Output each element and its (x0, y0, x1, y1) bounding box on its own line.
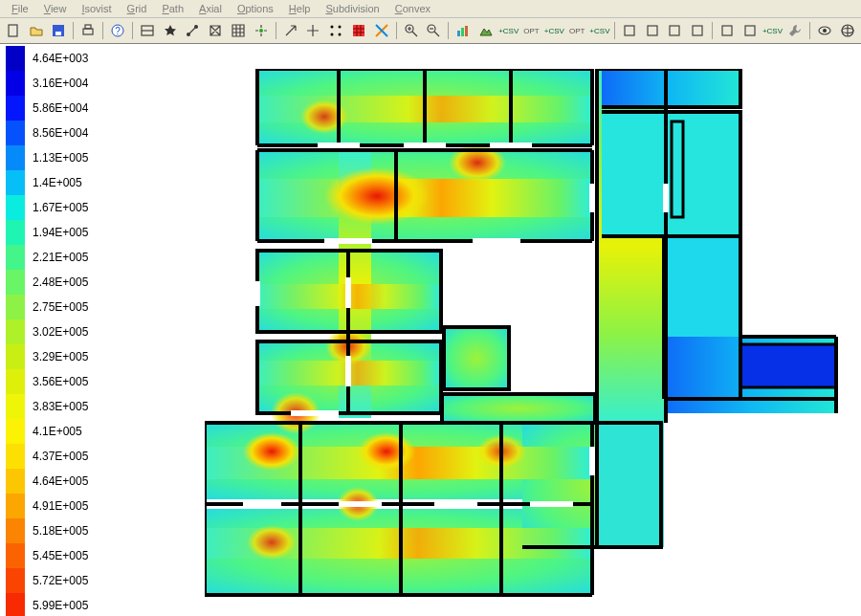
toolbar-arrow-button[interactable] (279, 20, 302, 41)
legend-value: 5.72E+005 (25, 574, 88, 587)
legend-swatch (6, 170, 25, 195)
toolbar-eye-button[interactable] (813, 20, 836, 41)
legend-value: 4.64E+003 (25, 52, 88, 65)
svg-point-70 (247, 525, 297, 560)
toolbar-help-button[interactable]: ? (106, 20, 129, 41)
legend-value: 5.18E+005 (25, 524, 88, 538)
toolbar-csv1-button[interactable]: +CSV (497, 20, 520, 41)
toolbar-open-button[interactable] (25, 20, 48, 41)
legend-row: 8.56E+004 (6, 121, 159, 145)
toolbar-opt1-button[interactable]: OPT (520, 20, 543, 41)
legend-swatch (6, 46, 25, 71)
legend-value: 4.37E+005 (25, 450, 88, 463)
toolbar-wand-button[interactable] (716, 20, 739, 41)
svg-rect-4 (85, 25, 91, 29)
legend-swatch (6, 295, 25, 319)
legend-value: 4.91E+005 (25, 499, 88, 513)
legend-value: 5.45E+005 (25, 549, 88, 562)
legend-row: 3.02E+005 (6, 319, 159, 344)
legend-row: 2.75E+005 (6, 295, 159, 319)
content-area: 4.64E+0033.16E+0045.86E+0048.56E+0041.13… (0, 44, 861, 616)
toolbar-opt2-button[interactable]: OPT (565, 20, 588, 41)
svg-rect-46 (442, 394, 595, 423)
menu-convex[interactable]: Convex (387, 1, 438, 16)
legend-row: 5.18E+005 (6, 518, 159, 543)
legend-row: 1.67E+005 (6, 195, 159, 220)
toolbar-path2-button[interactable] (641, 20, 664, 41)
legend-swatch (6, 96, 25, 121)
menu-subdivision[interactable]: Subdivision (318, 1, 386, 16)
svg-point-14 (339, 26, 342, 29)
menu-options[interactable]: Options (230, 1, 281, 16)
legend-value: 1.13E+005 (25, 151, 88, 165)
toolbar-join2-button[interactable] (739, 20, 762, 41)
toolbar-bars-button[interactable] (452, 20, 475, 41)
menu-view[interactable]: View (36, 1, 75, 16)
svg-rect-26 (461, 28, 464, 36)
toolbar-zoom-in-button[interactable] (400, 20, 423, 41)
toolbar-star-button[interactable] (159, 20, 182, 41)
toolbar-zoom-out-button[interactable] (422, 20, 445, 41)
toolbar-globe-button[interactable] (836, 20, 859, 41)
toolbar-dots-button[interactable] (324, 20, 347, 41)
legend-value: 4.1E+005 (25, 425, 82, 438)
svg-rect-3 (83, 29, 93, 34)
toolbar-path1-button[interactable] (618, 20, 641, 41)
menu-isovist[interactable]: Isovist (74, 1, 119, 16)
toolbar-save-button[interactable] (48, 20, 71, 41)
toolbar-join-button[interactable] (182, 20, 205, 41)
legend-swatch (6, 145, 25, 170)
legend-value: 3.16E+004 (25, 77, 88, 90)
svg-point-67 (243, 432, 300, 471)
legend-swatch (6, 518, 25, 543)
toolbar-union-button[interactable] (686, 20, 709, 41)
svg-rect-30 (670, 26, 679, 35)
menu-axial[interactable]: Axial (191, 1, 230, 16)
toolbar-mesh-button[interactable] (204, 20, 227, 41)
analysis-canvas[interactable] (205, 69, 838, 605)
toolbar-csv4-button[interactable]: +CSV (762, 20, 784, 41)
svg-point-62 (324, 167, 430, 225)
svg-point-68 (358, 432, 415, 471)
toolbar-mtn-button[interactable] (475, 20, 497, 41)
legend-value: 2.75E+005 (25, 300, 88, 314)
svg-rect-53 (740, 344, 836, 387)
legend-row: 4.1E+005 (6, 419, 159, 444)
legend-row: 5.86E+004 (6, 96, 159, 121)
toolbar-wrench-button[interactable] (784, 20, 806, 41)
svg-point-15 (331, 33, 334, 36)
legend-swatch (6, 543, 25, 568)
toolbar-hatch-button[interactable] (347, 20, 370, 41)
toolbar-print-button[interactable] (77, 20, 99, 41)
svg-rect-45 (444, 327, 509, 389)
toolbar-new-button[interactable] (2, 20, 25, 41)
toolbar-grid-button[interactable] (227, 20, 250, 41)
legend-swatch (6, 270, 25, 295)
svg-line-11 (188, 27, 196, 34)
toolbar-seed-button[interactable] (250, 20, 273, 41)
color-legend: 4.64E+0033.16E+0045.86E+0048.56E+0041.13… (6, 46, 159, 616)
svg-line-21 (412, 32, 417, 36)
menu-grid[interactable]: Grid (120, 1, 155, 16)
menu-file[interactable]: File (4, 1, 36, 16)
legend-row: 1.4E+005 (6, 170, 159, 195)
svg-rect-28 (625, 26, 634, 35)
toolbar-csv2-button[interactable]: +CSV (542, 20, 565, 41)
legend-swatch (6, 568, 25, 593)
menu-path[interactable]: Path (154, 1, 191, 16)
toolbar-cross-button[interactable] (302, 20, 325, 41)
legend-swatch (6, 71, 25, 96)
legend-row: 3.16E+004 (6, 71, 159, 96)
legend-row: 4.64E+003 (6, 46, 159, 71)
toolbar-plan-button[interactable] (136, 20, 159, 41)
svg-point-35 (823, 29, 827, 33)
toolbar-target-button[interactable] (370, 20, 393, 41)
toolbar-csv3-button[interactable]: +CSV (588, 20, 611, 41)
legend-value: 3.83E+005 (25, 400, 88, 413)
menu-help[interactable]: Help (281, 1, 319, 16)
legend-swatch (6, 245, 25, 270)
toolbar-convex-button[interactable] (663, 20, 686, 41)
svg-rect-25 (457, 31, 460, 36)
legend-swatch (6, 121, 25, 145)
svg-rect-2 (55, 32, 61, 35)
